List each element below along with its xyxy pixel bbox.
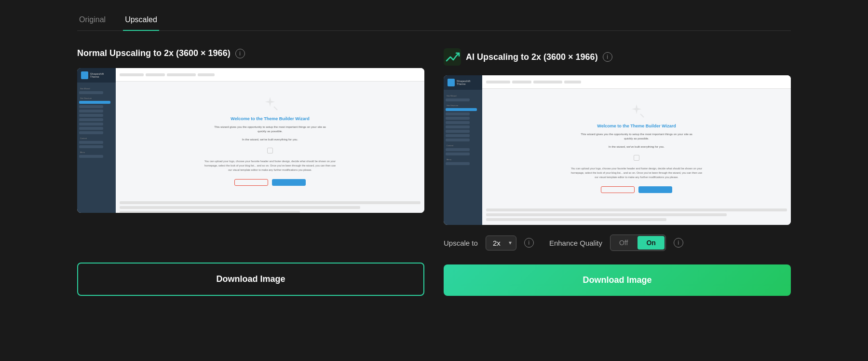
upscale-label: Upscale to <box>444 239 478 247</box>
left-column: Normal Upscaling to 2x (3600 × 1966) i S… <box>77 48 424 296</box>
right-wizard-sub2: In the wizard, we've built everything fo… <box>609 145 665 149</box>
upscale-info-icon[interactable]: i <box>524 238 534 248</box>
toggle-off-option[interactable]: Off <box>610 236 637 250</box>
svg-line-0 <box>274 107 277 110</box>
right-restart-btn <box>601 186 635 193</box>
left-mock-screenshot: Shapeshift Theme Site Wizard Site Struct… <box>77 68 424 213</box>
left-image-preview: Shapeshift Theme Site Wizard Site Struct… <box>77 68 424 213</box>
right-image-preview: Shapeshift Theme Site Wizard Site Struct… <box>444 75 791 225</box>
ai-upscale-icon <box>444 48 461 66</box>
left-wizard-body: You can upload your logo, choose your fa… <box>203 159 338 172</box>
content-columns: Normal Upscaling to 2x (3600 × 1966) i S… <box>77 48 791 296</box>
left-section-title: Normal Upscaling to 2x (3600 × 1966) <box>77 48 231 58</box>
left-section-header: Normal Upscaling to 2x (3600 × 1966) i <box>77 48 424 58</box>
svg-line-2 <box>640 114 644 117</box>
tab-upscaled[interactable]: Upscaled <box>123 10 159 31</box>
toggle-on-option[interactable]: On <box>637 236 664 250</box>
controls-row: Upscale to 2x 1x 4x ▾ i Enhance Quality … <box>444 235 791 251</box>
right-wizard-subtitle: This wizard gives you the opportunity to… <box>579 132 694 141</box>
right-start-btn <box>638 186 672 193</box>
right-section-header: AI Upscaling to 2x (3600 × 1966) i <box>444 48 791 66</box>
svg-rect-1 <box>444 48 461 66</box>
right-mock-content: Welcome to the Theme Builder Wizard This… <box>482 75 791 225</box>
right-mock-sidebar: Shapeshift Theme Site Wizard Site Struct… <box>444 75 482 225</box>
left-start-btn <box>272 179 306 186</box>
upscale-select[interactable]: 2x 1x 4x <box>486 236 516 250</box>
enhance-quality-label: Enhance Quality <box>549 239 602 247</box>
right-download-button[interactable]: Download Image <box>444 264 791 296</box>
left-mock-content: Welcome to the Theme Builder Wizard This… <box>116 68 424 213</box>
left-download-button[interactable]: Download Image <box>77 263 424 296</box>
tab-bar: Original Upscaled <box>77 10 791 31</box>
right-mock-screenshot: Shapeshift Theme Site Wizard Site Struct… <box>444 75 791 225</box>
right-wizard-title: Welcome to the Theme Builder Wizard <box>597 124 676 128</box>
enhance-info-icon[interactable]: i <box>674 238 683 248</box>
left-mock-sidebar: Shapeshift Theme Site Wizard Site Struct… <box>77 68 116 213</box>
right-info-icon[interactable]: i <box>603 52 612 62</box>
right-wizard-body: You can upload your logo, choose your fa… <box>569 167 704 179</box>
left-restart-btn <box>234 179 268 186</box>
left-wizard-sub2: In the wizard, we've built everything fo… <box>242 138 298 142</box>
left-wizard-title: Welcome to the Theme Builder Wizard <box>231 116 309 121</box>
right-section-title: AI Upscaling to 2x (3600 × 1966) <box>466 52 598 62</box>
left-wizard-subtitle: This wizard gives you the opportunity to… <box>212 125 328 134</box>
tab-original[interactable]: Original <box>77 10 108 31</box>
right-column: AI Upscaling to 2x (3600 × 1966) i Shape… <box>444 48 791 296</box>
enhance-toggle[interactable]: Off On <box>610 235 666 251</box>
left-info-icon[interactable]: i <box>235 49 245 58</box>
upscale-select-wrapper: 2x 1x 4x ▾ <box>486 236 516 250</box>
